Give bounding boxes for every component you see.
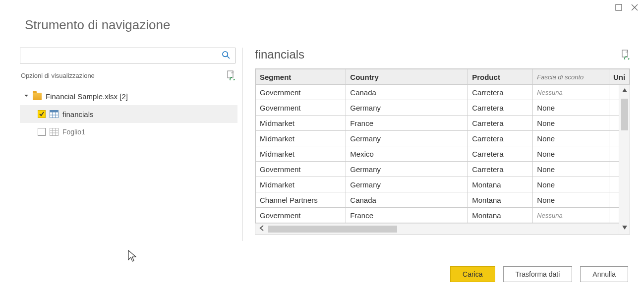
table-cell: Carretera <box>468 85 533 100</box>
table-cell: France <box>346 208 468 223</box>
cancel-button[interactable]: Annulla <box>580 266 628 282</box>
table-cell: Germany <box>346 177 468 192</box>
table-cell: Germany <box>346 131 468 146</box>
table-row[interactable]: MidmarketGermanyMontanaNone <box>256 177 630 192</box>
table-cell: Carretera <box>468 146 533 162</box>
table-cell: Government <box>256 162 346 177</box>
checkbox[interactable] <box>38 128 46 136</box>
table-cell: Carretera <box>468 162 533 177</box>
svg-rect-0 <box>616 4 622 10</box>
preview-title: financials <box>255 48 304 61</box>
horizontal-scrollbar[interactable] <box>255 223 630 234</box>
vertical-scrollbar[interactable] <box>619 85 630 234</box>
tree-root-label: Financial Sample.xlsx [2] <box>46 92 128 101</box>
svg-rect-14 <box>622 50 628 57</box>
table-cell: Germany <box>346 162 468 177</box>
table-cell: None <box>533 162 609 177</box>
column-header[interactable]: Fascia di sconto <box>533 69 609 85</box>
scroll-thumb-h[interactable] <box>268 226 397 233</box>
sheet-icon <box>50 128 59 136</box>
folder-icon <box>33 93 42 100</box>
scroll-down-icon[interactable] <box>621 222 628 234</box>
column-header[interactable]: Country <box>346 69 468 85</box>
tree-item-financials[interactable]: financials <box>20 105 237 123</box>
svg-rect-9 <box>50 128 59 136</box>
table-row[interactable]: GovernmentCanadaCarreteraNessuna <box>256 85 630 100</box>
table-cell: Montana <box>468 192 533 208</box>
scroll-left-icon[interactable] <box>255 225 268 233</box>
load-button[interactable]: Carica <box>450 266 495 282</box>
table-cell: Montana <box>468 177 533 192</box>
column-header[interactable]: Product <box>468 69 533 85</box>
column-header[interactable]: Uni <box>609 69 629 85</box>
search-input[interactable] <box>20 48 235 63</box>
maximize-button[interactable] <box>615 4 622 12</box>
table-row[interactable]: MidmarketGermanyCarreteraNone <box>256 131 630 146</box>
svg-rect-3 <box>228 71 233 78</box>
table-cell: Channel Partners <box>256 192 346 208</box>
mouse-cursor-icon <box>128 250 138 264</box>
table-cell: Nessuna <box>533 208 609 223</box>
table-icon <box>50 110 59 118</box>
table-cell: Midmarket <box>256 116 346 131</box>
table-cell: Government <box>256 100 346 116</box>
tree-item-label: financials <box>62 110 94 119</box>
preview-table: SegmentCountryProductFascia di scontoUni… <box>255 68 630 235</box>
tree-item-foglio1[interactable]: Foglio1 <box>20 123 237 141</box>
table-cell: None <box>533 100 609 116</box>
scroll-up-icon[interactable] <box>621 85 628 97</box>
table-cell: Midmarket <box>256 131 346 146</box>
table-cell: Canada <box>346 192 468 208</box>
table-cell: France <box>346 116 468 131</box>
checkbox-checked[interactable] <box>38 110 46 118</box>
table-row[interactable]: MidmarketMexicoCarreteraNone <box>256 146 630 162</box>
svg-point-1 <box>223 52 228 57</box>
search-icon[interactable] <box>222 51 231 61</box>
table-cell: Carretera <box>468 100 533 116</box>
tree-item-label: Foglio1 <box>62 128 85 136</box>
display-options-label[interactable]: Opzioni di visualizzazione <box>21 72 95 79</box>
transform-button[interactable]: Trasforma dati <box>503 266 573 282</box>
table-cell: Carretera <box>468 131 533 146</box>
table-cell: Midmarket <box>256 177 346 192</box>
table-cell: None <box>533 131 609 146</box>
table-cell: Montana <box>468 208 533 223</box>
table-cell: None <box>533 116 609 131</box>
table-cell: Government <box>256 85 346 100</box>
table-cell: Midmarket <box>256 146 346 162</box>
table-cell: None <box>533 192 609 208</box>
refresh-icon[interactable] <box>227 70 235 80</box>
close-button[interactable] <box>631 4 638 12</box>
tree-root[interactable]: Financial Sample.xlsx [2] <box>20 87 237 105</box>
table-cell: None <box>533 146 609 162</box>
table-row[interactable]: GovernmentGermanyCarreteraNone <box>256 100 630 116</box>
svg-rect-5 <box>50 111 59 113</box>
table-cell: Nessuna <box>533 85 609 100</box>
column-header[interactable]: Segment <box>256 69 346 85</box>
table-cell: Canada <box>346 85 468 100</box>
refresh-preview-icon[interactable] <box>621 50 630 59</box>
table-cell: None <box>533 177 609 192</box>
table-row[interactable]: GovernmentFranceMontanaNessuna <box>256 208 630 223</box>
table-cell: Government <box>256 208 346 223</box>
navigator-panel: Opzioni di visualizzazione Financial Sam… <box>20 48 243 241</box>
table-row[interactable]: Channel PartnersCanadaMontanaNone <box>256 192 630 208</box>
table-cell: Germany <box>346 100 468 116</box>
table-cell: Mexico <box>346 146 468 162</box>
svg-line-2 <box>228 57 230 59</box>
table-cell: Carretera <box>468 116 533 131</box>
table-row[interactable]: MidmarketFranceCarreteraNone <box>256 116 630 131</box>
dialog-title: Strumento di navigazione <box>0 0 644 33</box>
preview-panel: financials SegmentCountryProductFascia d… <box>243 48 644 241</box>
collapse-icon[interactable] <box>24 93 29 100</box>
table-row[interactable]: GovernmentGermanyCarreteraNone <box>256 162 630 177</box>
scroll-thumb[interactable] <box>621 99 628 130</box>
